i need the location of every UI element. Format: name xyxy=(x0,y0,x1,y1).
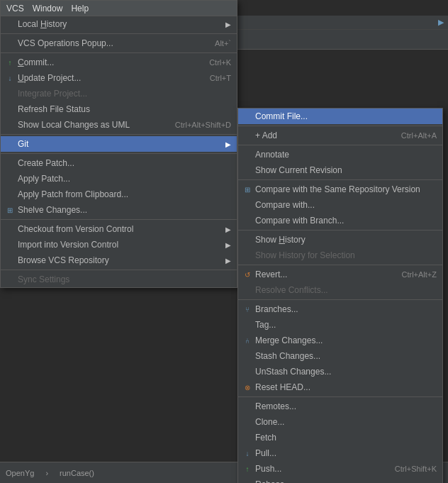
update-icon: ↓ xyxy=(5,74,15,82)
path-arrow: ▶ xyxy=(438,18,444,27)
sync-label: Sync Settings xyxy=(18,274,69,284)
show-current-label: Show Current Revision xyxy=(255,165,342,175)
git-unstash[interactable]: UnStash Changes... xyxy=(238,364,442,379)
vcs-commit[interactable]: ↑ Commit... Ctrl+K xyxy=(1,55,237,70)
git-add-shortcut: Ctrl+Alt+A xyxy=(401,131,437,140)
vcs-local-history[interactable]: Local History ▶ xyxy=(1,16,237,32)
branches-icon: ⑂ xyxy=(242,306,252,313)
checkout-arrow: ▶ xyxy=(225,226,231,233)
vcs-git[interactable]: Git ▶ xyxy=(1,136,237,152)
commit-shortcut: Ctrl+K xyxy=(209,58,231,67)
vcs-apply-patch[interactable]: Apply Patch... xyxy=(1,171,237,187)
git-show-history-selection: Show History for Selection xyxy=(238,248,442,263)
git-compare-with[interactable]: Compare with... xyxy=(238,197,442,213)
compare-same-label: Compare with the Same Repository Version xyxy=(255,184,420,194)
vcs-update-project[interactable]: ↓ Update Project... Ctrl+T xyxy=(1,70,237,86)
git-add-label: + Add xyxy=(255,131,277,140)
git-sep-4 xyxy=(238,230,442,231)
vcs-ops-label: VCS Operations Popup... xyxy=(18,38,113,48)
git-sep-2 xyxy=(238,145,442,145)
git-pull[interactable]: ↓ Pull... xyxy=(238,445,442,461)
shelve-label: Shelve Changes... xyxy=(18,205,87,215)
window-menu-label: Window xyxy=(33,4,63,13)
git-reset-head[interactable]: ⊗ Reset HEAD... xyxy=(238,379,442,395)
shelve-icon: ⊞ xyxy=(5,206,15,214)
vcs-apply-patch-clipboard[interactable]: Apply Patch from Clipboard... xyxy=(1,187,237,202)
sep-1 xyxy=(1,33,237,34)
git-stash[interactable]: Stash Changes... xyxy=(238,348,442,364)
branches-label: Branches... xyxy=(255,304,298,314)
reset-head-label: Reset HEAD... xyxy=(255,382,310,392)
commit-label: Commit... xyxy=(18,57,54,67)
git-rebase[interactable]: Rebase... xyxy=(238,477,442,483)
push-icon: ↑ xyxy=(242,465,252,473)
show-history-label: Show History xyxy=(255,235,306,245)
vcs-shelve[interactable]: ⊞ Shelve Changes... xyxy=(1,202,237,218)
ide-background: D:/gittest_pro/ApiAutoTest/src/main/reso… xyxy=(0,0,448,483)
git-arrow: ▶ xyxy=(225,140,231,148)
git-compare-branch[interactable]: Compare with Branch... xyxy=(238,213,442,228)
git-revert[interactable]: ↺ Revert... Ctrl+Alt+Z xyxy=(238,267,442,282)
git-sep-7 xyxy=(238,396,442,397)
vcs-operations-popup[interactable]: VCS Operations Popup... Alt+` xyxy=(1,35,237,51)
vcs-import[interactable]: Import into Version Control ▶ xyxy=(1,237,237,252)
create-patch-label: Create Patch... xyxy=(18,158,74,168)
import-arrow: ▶ xyxy=(225,241,231,249)
sep-6 xyxy=(1,270,237,270)
breadcrumb-arrow: › xyxy=(45,469,48,477)
revert-shortcut: Ctrl+Alt+Z xyxy=(401,270,437,279)
resolve-label: Resolve Conflicts... xyxy=(255,285,328,295)
annotate-label: Annotate xyxy=(255,150,289,160)
vcs-sync-settings: Sync Settings xyxy=(1,272,237,287)
git-sep-5 xyxy=(238,265,442,265)
vcs-refresh-status[interactable]: Refresh File Status xyxy=(1,101,237,117)
git-tag[interactable]: Tag... xyxy=(238,317,442,333)
vcs-ops-shortcut: Alt+` xyxy=(215,39,231,48)
vcs-browse[interactable]: Browse VCS Repository ▶ xyxy=(1,252,237,268)
tag-label: Tag... xyxy=(255,320,276,330)
sep-4 xyxy=(1,153,237,154)
local-history-arrow: ▶ xyxy=(225,21,231,28)
commit-icon: ↑ xyxy=(5,59,15,67)
vcs-checkout[interactable]: Checkout from Version Control ▶ xyxy=(1,221,237,237)
breadcrumb-method: runCase() xyxy=(60,469,94,477)
git-merge-changes[interactable]: ⑃ Merge Changes... xyxy=(238,333,442,348)
vcs-create-patch[interactable]: Create Patch... xyxy=(1,155,237,171)
compare-icon: ⊞ xyxy=(242,186,252,194)
vcs-show-local-changes[interactable]: Show Local Changes as UML Ctrl+Alt+Shift… xyxy=(1,117,237,133)
unstash-label: UnStash Changes... xyxy=(255,367,331,377)
import-label: Import into Version Control xyxy=(18,240,118,250)
git-sep-6 xyxy=(238,299,442,300)
apply-patch-clipboard-label: Apply Patch from Clipboard... xyxy=(18,189,128,199)
breadcrumb-class: OpenYg xyxy=(6,469,34,477)
git-show-current-revision[interactable]: Show Current Revision xyxy=(238,162,442,178)
browse-label: Browse VCS Repository xyxy=(18,255,109,265)
git-commit-file[interactable]: Commit File... xyxy=(238,109,442,124)
browse-arrow: ▶ xyxy=(225,257,231,265)
stash-label: Stash Changes... xyxy=(255,351,320,361)
merge-icon: ⑃ xyxy=(242,337,252,345)
vcs-menu-title: VCS xyxy=(6,4,24,13)
commit-file-label: Commit File... xyxy=(255,111,308,121)
git-fetch[interactable]: Fetch xyxy=(238,430,442,445)
git-remotes[interactable]: Remotes... xyxy=(238,399,442,414)
remotes-label: Remotes... xyxy=(255,401,296,411)
sep-3 xyxy=(1,134,237,135)
git-sep-1 xyxy=(238,126,442,126)
vcs-menu: VCS Window Help Local History ▶ VCS Oper… xyxy=(0,0,237,288)
fetch-label: Fetch xyxy=(255,433,276,443)
help-menu-label: Help xyxy=(71,4,89,13)
git-branches[interactable]: ⑂ Branches... xyxy=(238,301,442,317)
refresh-label: Refresh File Status xyxy=(18,104,90,114)
git-push[interactable]: ↑ Push... Ctrl+Shift+K xyxy=(238,461,442,477)
git-resolve-conflicts: Resolve Conflicts... xyxy=(238,282,442,298)
git-submenu: Commit File... + Add Ctrl+Alt+A Annotate… xyxy=(237,108,443,483)
git-annotate[interactable]: Annotate xyxy=(238,147,442,162)
git-show-history[interactable]: Show History xyxy=(238,232,442,248)
vcs-integrate: Integrate Project... xyxy=(1,86,237,101)
git-compare-same-version[interactable]: ⊞ Compare with the Same Repository Versi… xyxy=(238,182,442,197)
git-add[interactable]: + Add Ctrl+Alt+A xyxy=(238,128,442,143)
rebase-label: Rebase... xyxy=(255,479,291,483)
apply-patch-label: Apply Patch... xyxy=(18,174,70,184)
git-clone[interactable]: Clone... xyxy=(238,414,442,430)
